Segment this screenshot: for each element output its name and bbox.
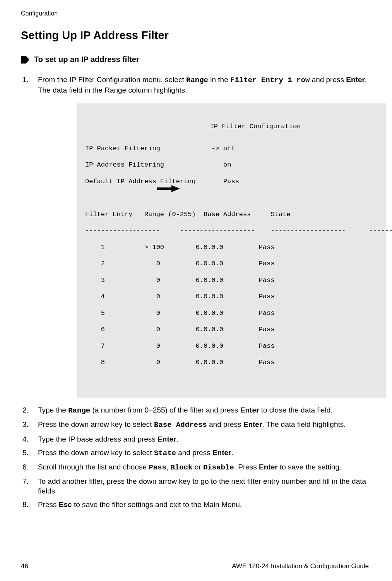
table-row: 6 0 0.0.0.0 Pass [85, 325, 379, 333]
step-1: From the IP Filter Configuration menu, s… [21, 75, 369, 398]
terminal-line: Default IP Address Filtering Pass [85, 177, 379, 186]
key-enter: Enter [346, 76, 365, 84]
text: Press the down arrow key to select [38, 449, 154, 457]
blank [85, 194, 379, 202]
step-6: Scroll through the list and choose Pass,… [21, 462, 369, 473]
text: Press the down arrow key to select [38, 420, 154, 428]
running-header: Configuration [21, 10, 369, 17]
key-enter: Enter [259, 463, 278, 471]
text: . The data field highlights. [262, 420, 346, 428]
text: . [176, 435, 178, 443]
page-number: 46 [21, 562, 28, 570]
arrow-icon [157, 185, 180, 192]
code-range: Range [68, 406, 90, 415]
table-row: 4 0 0.0.0.0 Pass [85, 292, 379, 301]
step-3: Press the down arrow key to select Base … [21, 419, 369, 430]
text: in the [208, 76, 230, 84]
key-enter: Enter [212, 449, 231, 457]
text: Type the IP base address and press [38, 435, 157, 443]
terminal-ruler: ------------------- ------------------- … [85, 227, 379, 235]
key-enter: Enter [157, 435, 176, 443]
step-5: Press the down arrow key to select State… [21, 448, 369, 458]
task-title: To set up an IP address filter [34, 55, 139, 64]
table-row: 8 0 0.0.0.0 Pass [85, 358, 379, 366]
terminal-screen: IP Filter Configuration IP Packet Filter… [77, 103, 386, 398]
svg-marker-0 [21, 56, 29, 64]
code-filter-entry: Filter Entry 1 row [230, 76, 310, 84]
table-row: 2 0 0.0.0.0 Pass [85, 260, 379, 268]
text: Press [38, 500, 59, 509]
key-enter: Enter [243, 420, 262, 428]
svg-rect-1 [157, 187, 171, 190]
text: Scroll through the list and choose [38, 463, 149, 471]
text: To add another filter, press the down ar… [38, 477, 366, 495]
text: From the IP Filter Configuration menu, s… [38, 76, 186, 84]
text: (a number from 0–255) of the filter and … [90, 406, 240, 414]
text: , [166, 463, 171, 471]
code-range: Range [186, 76, 208, 84]
code-disable: Disable [203, 463, 234, 472]
table-row: 5 0 0.0.0.0 Pass [85, 309, 379, 317]
table-row: 7 0 0.0.0.0 Pass [85, 342, 379, 350]
text: . [231, 449, 233, 457]
table-row: 1 > 100 0.0.0.0 Pass [85, 243, 379, 251]
terminal-line: IP Packet Filtering -> off [85, 144, 379, 153]
key-enter: Enter [240, 406, 259, 414]
step-7: To add another filter, press the down ar… [21, 476, 369, 496]
text: to close the data field. [259, 406, 332, 414]
code-pass: Pass [149, 463, 166, 472]
terminal-title: IP Filter Configuration [132, 122, 379, 131]
document-title: AWE 120-24 Installation & Configuration … [232, 562, 369, 570]
section-title: Setting Up IP Address Filter [21, 29, 369, 42]
text: or [192, 463, 203, 471]
text: to save the setting. [278, 463, 342, 471]
text: and press [207, 420, 243, 428]
code-state: State [154, 449, 176, 457]
text: and press [176, 449, 212, 457]
page-footer: 46 AWE 120-24 Installation & Configurati… [0, 562, 392, 570]
terminal-header: Filter Entry Range (0-255) Base Address … [85, 210, 379, 218]
text: and press [310, 76, 346, 84]
text: . Press [234, 463, 259, 471]
table-row: 3 0 0.0.0.0 Pass [85, 276, 379, 284]
terminal-line: IP Address Filtering on [85, 161, 379, 169]
code-base-address: Base Address [154, 421, 207, 429]
key-esc: Esc [59, 500, 72, 509]
step-8: Press Esc to save the filter settings an… [21, 500, 369, 509]
step-2: Type the Range (a number from 0–255) of … [21, 405, 369, 416]
task-row: To set up an IP address filter [21, 55, 369, 64]
steps-list: From the IP Filter Configuration menu, s… [21, 75, 369, 509]
pentagon-icon [21, 56, 29, 64]
text: to save the filter settings and exit to … [72, 500, 242, 509]
text: Type the [38, 406, 68, 414]
code-block: Block [170, 463, 192, 472]
step-4: Type the IP base address and press Enter… [21, 434, 369, 444]
header-rule [21, 18, 369, 18]
svg-marker-2 [171, 185, 180, 192]
